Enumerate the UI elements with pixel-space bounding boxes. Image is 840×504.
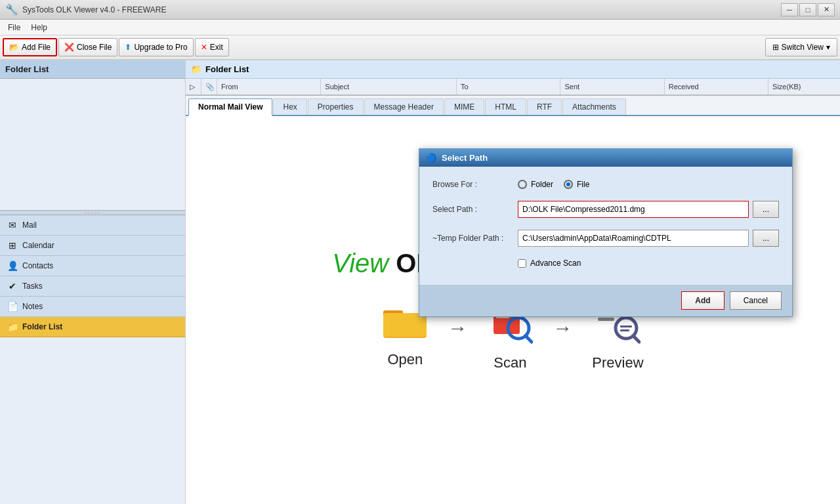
upgrade-icon: ⬆ [125,43,131,52]
title-bar-left: 🔧 SysTools OLK Viewer v4.0 - FREEWARE [5,3,166,16]
cancel-button[interactable]: Cancel [730,291,782,310]
dialog-body: Browse For : Folder File [419,167,792,285]
switch-view-button[interactable]: ⊞ Switch View ▾ [765,38,837,56]
select-path-dialog: 🔵 Select Path Browse For : Folder [419,148,793,317]
notes-icon: 📄 [7,301,18,312]
upgrade-label: Upgrade to Pro [134,43,187,52]
col-to[interactable]: To [457,79,560,94]
left-panel: Folder List ✉ Mail ⊞ Calendar 👤 Contacts [0,60,186,504]
folder-radio-label[interactable]: Folder [518,180,553,189]
col-received-label: Received [669,83,699,91]
content-wrapper: 🔵 Select Path Browse For : Folder [186,96,840,504]
nav-item-folderlist[interactable]: 📁 Folder List [0,317,185,337]
file-option-label: File [577,180,589,189]
nav-items: ✉ Mail ⊞ Calendar 👤 Contacts ✔ Tasks 📄 [0,215,185,337]
right-panel-header: 📁 Folder List [186,60,840,79]
advance-scan-checkbox[interactable] [518,259,526,268]
app-icon: 🔧 [5,3,18,16]
nav-item-calendar-label: Calendar [22,241,54,250]
col-to-label: To [461,83,469,91]
nav-item-mail-label: Mail [22,220,37,230]
add-button[interactable]: Add [681,291,724,310]
nav-divider[interactable] [0,210,185,215]
col-expand: ▷ [186,79,201,94]
toolbar: 📂 Add File ❌ Close File ⬆ Upgrade to Pro… [0,35,840,60]
nav-item-tasks-label: Tasks [22,282,43,291]
col-sent-label: Sent [564,83,579,91]
menu-file[interactable]: File [3,22,26,33]
dialog-footer: Add Cancel [419,285,792,316]
col-from-label: From [221,83,238,91]
col-size-label: Size(KB) [772,83,801,91]
nav-item-notes[interactable]: 📄 Notes [0,297,185,317]
select-path-input[interactable] [518,201,749,218]
col-from[interactable]: From [217,79,321,94]
col-subject-label: Subject [325,83,349,91]
tab-hex[interactable]: Hex [273,98,306,115]
right-panel: 📁 Folder List ▷ 📎 From Subject To Sent [186,60,840,504]
folderlist-icon: 📁 [7,321,18,333]
temp-folder-input[interactable] [518,230,749,247]
dialog-title-bar: 🔵 Select Path [419,149,792,167]
switch-view-label: Switch View [782,43,824,52]
nav-item-contacts-label: Contacts [22,261,53,270]
close-file-label: Close File [77,43,112,52]
select-path-input-group: ... [518,201,779,218]
select-path-browse-button[interactable]: ... [753,201,779,218]
attachment-icon: 📎 [205,83,215,91]
minimize-button[interactable]: ─ [781,3,798,16]
dialog-title: Select Path [442,153,488,163]
tasks-icon: ✔ [7,280,18,292]
nav-item-contacts[interactable]: 👤 Contacts [0,256,185,276]
close-button[interactable]: ✕ [818,3,835,16]
left-panel-nav: ✉ Mail ⊞ Calendar 👤 Contacts ✔ Tasks 📄 [0,79,185,504]
calendar-icon: ⊞ [7,240,18,251]
folder-icon: 📁 [191,64,201,74]
tab-normal-mail-view[interactable]: Normal Mail View [188,98,272,116]
nav-item-mail[interactable]: ✉ Mail [0,215,185,236]
contacts-icon: 👤 [7,260,18,272]
menu-bar: File Help [0,20,840,35]
column-headers: ▷ 📎 From Subject To Sent Received Size(K… [186,79,840,96]
temp-folder-input-group: ... [518,230,779,247]
col-sent[interactable]: Sent [560,79,664,94]
temp-folder-label: ~Temp Folder Path : [432,234,518,243]
nav-item-notes-label: Notes [22,302,43,311]
maximize-button[interactable]: □ [799,3,816,16]
upgrade-pro-button[interactable]: ⬆ Upgrade to Pro [119,38,193,56]
advance-scan-label[interactable]: Advance Scan [530,259,581,268]
nav-item-tasks[interactable]: ✔ Tasks [0,276,185,297]
file-radio[interactable] [564,180,573,189]
temp-folder-browse-button[interactable]: ... [753,230,779,247]
exit-icon: ✕ [201,43,207,52]
switch-view-icon: ⊞ [772,43,779,52]
temp-folder-row: ~Temp Folder Path : ... [432,230,779,247]
close-file-button[interactable]: ❌ Close File [58,38,117,56]
add-file-button[interactable]: 📂 Add File [3,38,57,56]
dialog-icon: 🔵 [426,153,436,163]
expand-icon: ▷ [190,83,195,91]
exit-button[interactable]: ✕ Exit [195,38,229,56]
add-file-label: Add File [22,43,51,52]
menu-help[interactable]: Help [26,22,52,33]
nav-item-calendar[interactable]: ⊞ Calendar [0,236,185,256]
select-path-dialog-overlay: 🔵 Select Path Browse For : Folder [371,96,840,504]
mail-icon: ✉ [7,219,18,231]
select-path-row: Select Path : ... [432,201,779,218]
close-file-icon: ❌ [64,43,74,52]
col-size[interactable]: Size(KB) [768,79,840,94]
exit-label: Exit [210,43,223,52]
col-subject[interactable]: Subject [321,79,457,94]
right-panel-title: Folder List [205,64,249,74]
main-layout: Folder List ✉ Mail ⊞ Calendar 👤 Contacts [0,60,840,504]
select-path-label: Select Path : [432,205,518,214]
col-attachment: 📎 [201,79,217,94]
file-radio-label[interactable]: File [564,180,589,189]
browse-for-row: Browse For : Folder File [432,180,779,189]
folder-radio[interactable] [518,180,527,189]
browse-for-controls: Folder File [518,180,779,189]
col-received[interactable]: Received [665,79,768,94]
folder-option-label: Folder [531,180,553,189]
tab-properties[interactable]: Properties [308,98,364,115]
nav-item-folderlist-label: Folder List [22,322,62,331]
